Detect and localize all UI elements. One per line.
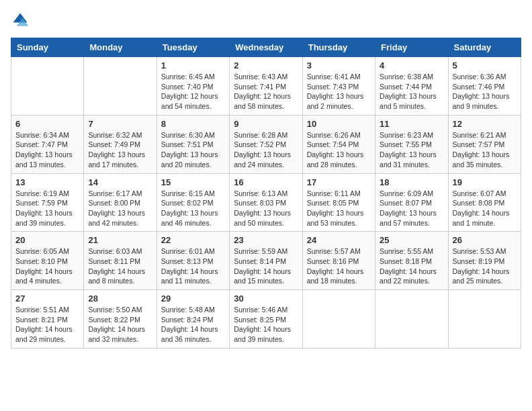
calendar-cell: 2Sunrise: 6:43 AM Sunset: 7:41 PM Daylig… [230, 57, 302, 116]
day-info: Sunrise: 5:55 AM Sunset: 8:18 PM Dayligh… [380, 246, 443, 286]
weekday-header-thursday: Thursday [302, 38, 375, 57]
day-info: Sunrise: 6:03 AM Sunset: 8:11 PM Dayligh… [88, 246, 152, 286]
calendar-cell: 21Sunrise: 6:03 AM Sunset: 8:11 PM Dayli… [84, 232, 157, 290]
day-info: Sunrise: 6:07 AM Sunset: 8:08 PM Dayligh… [453, 189, 517, 228]
day-info: Sunrise: 5:51 AM Sunset: 8:21 PM Dayligh… [15, 305, 79, 345]
day-info: Sunrise: 6:38 AM Sunset: 7:44 PM Dayligh… [380, 72, 443, 111]
day-info: Sunrise: 6:34 AM Sunset: 7:47 PM Dayligh… [15, 130, 79, 170]
day-info: Sunrise: 5:57 AM Sunset: 8:16 PM Dayligh… [307, 246, 371, 286]
day-number: 11 [380, 119, 443, 129]
calendar-cell: 1Sunrise: 6:45 AM Sunset: 7:40 PM Daylig… [157, 57, 229, 116]
calendar-cell: 13Sunrise: 6:19 AM Sunset: 7:59 PM Dayli… [11, 173, 84, 232]
calendar-cell: 20Sunrise: 6:05 AM Sunset: 8:10 PM Dayli… [11, 232, 84, 290]
day-number: 22 [161, 235, 225, 245]
day-number: 18 [380, 177, 443, 187]
calendar-cell: 17Sunrise: 6:11 AM Sunset: 8:05 PM Dayli… [302, 173, 375, 232]
calendar-cell: 3Sunrise: 6:41 AM Sunset: 7:43 PM Daylig… [302, 57, 375, 116]
day-info: Sunrise: 5:59 AM Sunset: 8:14 PM Dayligh… [234, 246, 298, 286]
day-number: 19 [453, 177, 517, 187]
calendar-cell: 30Sunrise: 5:46 AM Sunset: 8:25 PM Dayli… [230, 290, 302, 349]
day-info: Sunrise: 6:15 AM Sunset: 8:02 PM Dayligh… [161, 189, 225, 228]
day-info: Sunrise: 6:30 AM Sunset: 7:51 PM Dayligh… [161, 130, 225, 170]
weekday-header-friday: Friday [375, 38, 448, 57]
weekday-header-sunday: Sunday [11, 38, 84, 57]
day-number: 29 [161, 293, 225, 304]
day-number: 17 [307, 177, 371, 187]
day-info: Sunrise: 6:05 AM Sunset: 8:10 PM Dayligh… [15, 246, 79, 286]
calendar-cell: 12Sunrise: 6:21 AM Sunset: 7:57 PM Dayli… [448, 115, 521, 173]
day-number: 23 [234, 235, 298, 245]
day-info: Sunrise: 5:46 AM Sunset: 8:25 PM Dayligh… [234, 305, 298, 345]
weekday-header-wednesday: Wednesday [230, 38, 302, 57]
day-info: Sunrise: 6:23 AM Sunset: 7:55 PM Dayligh… [380, 130, 443, 170]
day-number: 26 [453, 235, 517, 245]
calendar-cell: 29Sunrise: 5:48 AM Sunset: 8:24 PM Dayli… [157, 290, 229, 349]
calendar-cell [375, 290, 448, 349]
day-number: 3 [307, 60, 371, 71]
day-info: Sunrise: 6:01 AM Sunset: 8:13 PM Dayligh… [161, 246, 225, 286]
day-info: Sunrise: 6:45 AM Sunset: 7:40 PM Dayligh… [161, 72, 225, 111]
day-number: 30 [234, 293, 298, 304]
calendar-cell: 25Sunrise: 5:55 AM Sunset: 8:18 PM Dayli… [375, 232, 448, 290]
calendar-cell: 14Sunrise: 6:17 AM Sunset: 8:00 PM Dayli… [84, 173, 157, 232]
day-number: 10 [307, 119, 371, 129]
calendar-cell: 22Sunrise: 6:01 AM Sunset: 8:13 PM Dayli… [157, 232, 229, 290]
calendar-cell: 16Sunrise: 6:13 AM Sunset: 8:03 PM Dayli… [230, 173, 302, 232]
day-number: 8 [161, 119, 225, 129]
week-row-5: 27Sunrise: 5:51 AM Sunset: 8:21 PM Dayli… [11, 290, 521, 349]
calendar: SundayMondayTuesdayWednesdayThursdayFrid… [11, 38, 521, 349]
day-number: 13 [15, 177, 79, 187]
day-info: Sunrise: 6:28 AM Sunset: 7:52 PM Dayligh… [234, 130, 298, 170]
calendar-cell: 15Sunrise: 6:15 AM Sunset: 8:02 PM Dayli… [157, 173, 229, 232]
logo [11, 11, 31, 30]
calendar-cell: 8Sunrise: 6:30 AM Sunset: 7:51 PM Daylig… [157, 115, 229, 173]
day-info: Sunrise: 6:36 AM Sunset: 7:46 PM Dayligh… [453, 72, 517, 111]
calendar-cell: 18Sunrise: 6:09 AM Sunset: 8:07 PM Dayli… [375, 173, 448, 232]
day-number: 2 [234, 60, 298, 71]
day-number: 12 [453, 119, 517, 129]
week-row-3: 13Sunrise: 6:19 AM Sunset: 7:59 PM Dayli… [11, 173, 521, 232]
day-info: Sunrise: 6:21 AM Sunset: 7:57 PM Dayligh… [453, 130, 517, 170]
day-info: Sunrise: 6:19 AM Sunset: 7:59 PM Dayligh… [15, 189, 79, 228]
calendar-cell [448, 290, 521, 349]
day-info: Sunrise: 6:13 AM Sunset: 8:03 PM Dayligh… [234, 189, 298, 228]
day-info: Sunrise: 6:17 AM Sunset: 8:00 PM Dayligh… [88, 189, 152, 228]
day-number: 27 [15, 293, 79, 304]
week-row-4: 20Sunrise: 6:05 AM Sunset: 8:10 PM Dayli… [11, 232, 521, 290]
calendar-cell: 4Sunrise: 6:38 AM Sunset: 7:44 PM Daylig… [375, 57, 448, 116]
day-number: 7 [88, 119, 152, 129]
day-number: 14 [88, 177, 152, 187]
day-number: 15 [161, 177, 225, 187]
day-number: 21 [88, 235, 152, 245]
calendar-cell: 10Sunrise: 6:26 AM Sunset: 7:54 PM Dayli… [302, 115, 375, 173]
calendar-cell: 28Sunrise: 5:50 AM Sunset: 8:22 PM Dayli… [84, 290, 157, 349]
calendar-cell: 24Sunrise: 5:57 AM Sunset: 8:16 PM Dayli… [302, 232, 375, 290]
day-info: Sunrise: 6:09 AM Sunset: 8:07 PM Dayligh… [380, 189, 443, 228]
day-info: Sunrise: 5:48 AM Sunset: 8:24 PM Dayligh… [161, 305, 225, 345]
week-row-1: 1Sunrise: 6:45 AM Sunset: 7:40 PM Daylig… [11, 57, 521, 116]
calendar-cell: 23Sunrise: 5:59 AM Sunset: 8:14 PM Dayli… [230, 232, 302, 290]
day-number: 25 [380, 235, 443, 245]
day-info: Sunrise: 6:32 AM Sunset: 7:49 PM Dayligh… [88, 130, 152, 170]
calendar-cell: 26Sunrise: 5:53 AM Sunset: 8:19 PM Dayli… [448, 232, 521, 290]
day-number: 16 [234, 177, 298, 187]
day-info: Sunrise: 6:43 AM Sunset: 7:41 PM Dayligh… [234, 72, 298, 111]
day-number: 4 [380, 60, 443, 71]
day-info: Sunrise: 6:26 AM Sunset: 7:54 PM Dayligh… [307, 130, 371, 170]
day-number: 6 [15, 119, 79, 129]
calendar-cell [84, 57, 157, 116]
calendar-cell: 11Sunrise: 6:23 AM Sunset: 7:55 PM Dayli… [375, 115, 448, 173]
week-row-2: 6Sunrise: 6:34 AM Sunset: 7:47 PM Daylig… [11, 115, 521, 173]
weekday-header-saturday: Saturday [448, 38, 521, 57]
weekday-header-tuesday: Tuesday [157, 38, 229, 57]
weekday-header-monday: Monday [84, 38, 157, 57]
day-number: 1 [161, 60, 225, 71]
calendar-cell: 27Sunrise: 5:51 AM Sunset: 8:21 PM Dayli… [11, 290, 84, 349]
calendar-cell [302, 290, 375, 349]
calendar-cell: 5Sunrise: 6:36 AM Sunset: 7:46 PM Daylig… [448, 57, 521, 116]
day-info: Sunrise: 5:50 AM Sunset: 8:22 PM Dayligh… [88, 305, 152, 345]
day-number: 20 [15, 235, 79, 245]
calendar-cell [11, 57, 84, 116]
calendar-cell: 7Sunrise: 6:32 AM Sunset: 7:49 PM Daylig… [84, 115, 157, 173]
day-number: 5 [453, 60, 517, 71]
